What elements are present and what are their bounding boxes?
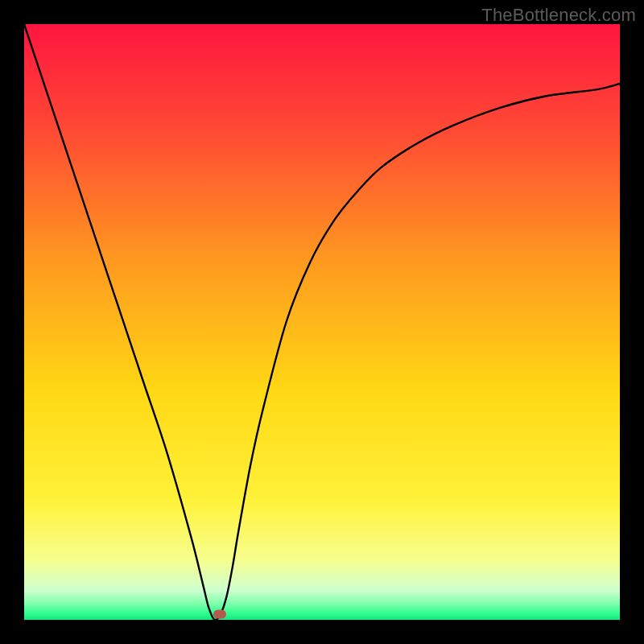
watermark-text: TheBottleneck.com <box>481 5 636 26</box>
optimal-marker <box>213 609 226 618</box>
plot-area <box>24 24 620 620</box>
curve-svg <box>24 24 620 620</box>
chart-frame: TheBottleneck.com <box>0 0 644 644</box>
bottleneck-curve <box>24 24 620 620</box>
